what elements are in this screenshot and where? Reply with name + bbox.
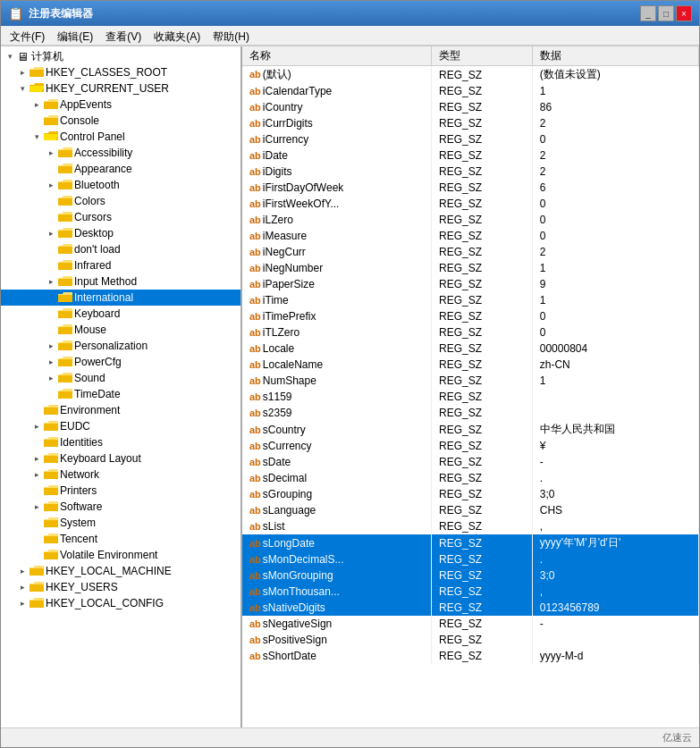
tree-item-keyboard[interactable]: Keyboard [1, 306, 240, 322]
expand-icon-international[interactable] [44, 290, 58, 305]
table-row[interactable]: absDateREG_SZ- [242, 454, 699, 470]
tree-item-network[interactable]: ▸Network [1, 466, 240, 483]
table-row[interactable]: absLongDateREG_SZyyyy'年'M'月'd'日' [242, 534, 699, 551]
expand-icon-hkcr[interactable]: ▸ [15, 65, 30, 80]
table-row[interactable]: abiNegCurrREG_SZ2 [242, 244, 699, 260]
title-controls[interactable]: _ □ × [640, 5, 692, 21]
expand-icon-mouse[interactable] [44, 323, 58, 337]
tree-item-computer[interactable]: ▾🖥计算机 [1, 48, 240, 64]
table-row[interactable]: absMonDecimalS...REG_SZ. [242, 551, 699, 567]
expand-icon-console[interactable] [30, 113, 44, 128]
minimize-button[interactable]: _ [640, 5, 656, 21]
expand-icon-colors[interactable] [44, 194, 58, 208]
maximize-button[interactable]: □ [658, 5, 674, 21]
expand-icon-dontload[interactable] [44, 242, 58, 256]
expand-icon-powercfg[interactable]: ▸ [44, 355, 58, 369]
tree-item-environment[interactable]: Environment [1, 402, 240, 418]
table-row[interactable]: absPositiveSignREG_SZ [242, 632, 699, 648]
tree-item-hkcu[interactable]: ▾HKEY_CURRENT_USER [1, 80, 240, 97]
tree-item-timedate[interactable]: TimeDate [1, 386, 240, 402]
table-row[interactable]: absDecimalREG_SZ. [242, 470, 699, 486]
tree-item-tencent[interactable]: Tencent [1, 531, 240, 547]
table-row[interactable]: absMonGroupingREG_SZ3;0 [242, 567, 699, 584]
table-row[interactable]: abiFirstDayOfWeekREG_SZ6 [242, 180, 699, 196]
tree-item-hkcc[interactable]: ▸HKEY_LOCAL_CONFIG [1, 595, 240, 611]
table-row[interactable]: abNumShapeREG_SZ1 [242, 373, 699, 389]
table-row[interactable]: absCountryREG_SZ中华人民共和国 [242, 421, 699, 438]
expand-icon-tencent[interactable] [30, 532, 44, 546]
expand-icon-timedate[interactable] [44, 387, 58, 401]
menu-favorites[interactable]: 收藏夹(A) [148, 28, 206, 43]
table-row[interactable]: abLocaleREG_SZ00000804 [242, 340, 699, 357]
expand-icon-keyboardlayout[interactable]: ▸ [30, 451, 44, 466]
table-row[interactable]: absCurrencyREG_SZ¥ [242, 438, 699, 454]
expand-icon-sound[interactable]: ▸ [44, 371, 58, 385]
expand-icon-desktop[interactable]: ▸ [44, 226, 58, 240]
tree-item-volatile[interactable]: Volatile Environment [1, 547, 240, 563]
table-row[interactable]: abiTimePrefixREG_SZ0 [242, 308, 699, 324]
table-row[interactable]: absMonThousan...REG_SZ, [242, 584, 699, 600]
expand-icon-eudc[interactable]: ▸ [30, 419, 44, 433]
table-row[interactable]: abiTimeREG_SZ1 [242, 292, 699, 308]
close-button[interactable]: × [676, 5, 692, 21]
expand-icon-hkcu[interactable]: ▾ [15, 81, 30, 96]
expand-icon-computer[interactable]: ▾ [3, 49, 17, 63]
tree-item-console[interactable]: Console [1, 113, 240, 129]
expand-icon-system[interactable] [30, 516, 44, 530]
tree-item-dontload[interactable]: don't load [1, 241, 240, 257]
table-row[interactable]: absNativeDigitsREG_SZ0123456789 [242, 600, 699, 616]
tree-item-hklm[interactable]: ▸HKEY_LOCAL_MACHINE [1, 563, 240, 579]
expand-icon-bluetooth[interactable]: ▸ [44, 178, 58, 192]
table-row[interactable]: abiMeasureREG_SZ0 [242, 228, 699, 244]
table-row[interactable]: abiCountryREG_SZ86 [242, 99, 699, 115]
tree-item-cursors[interactable]: Cursors [1, 209, 240, 225]
expand-icon-hkcc[interactable]: ▸ [15, 596, 30, 610]
menu-edit[interactable]: 编辑(E) [52, 28, 98, 43]
tree-item-identities[interactable]: Identities [1, 434, 240, 450]
tree-item-bluetooth[interactable]: ▸Bluetooth [1, 177, 240, 193]
tree-item-hkcr[interactable]: ▸HKEY_CLASSES_ROOT [1, 64, 240, 80]
expand-icon-controlpanel[interactable]: ▾ [30, 130, 44, 144]
expand-icon-hklm[interactable]: ▸ [15, 564, 30, 578]
table-row[interactable]: absListREG_SZ, [242, 518, 699, 534]
table-row[interactable]: abiFirstWeekOfY...REG_SZ0 [242, 196, 699, 212]
expand-icon-inputmethod[interactable]: ▸ [44, 274, 58, 289]
table-row[interactable]: abLocaleNameREG_SZzh-CN [242, 357, 699, 373]
tree-item-powercfg[interactable]: ▸PowerCfg [1, 354, 240, 370]
table-row[interactable]: abiCalendarTypeREG_SZ1 [242, 83, 699, 99]
tree-item-accessibility[interactable]: ▸Accessibility [1, 145, 240, 161]
tree-item-controlpanel[interactable]: ▾Control Panel [1, 129, 240, 145]
menu-file[interactable]: 文件(F) [4, 28, 50, 43]
table-row[interactable]: abiDigitsREG_SZ2 [242, 164, 699, 180]
tree-item-system[interactable]: System [1, 515, 240, 531]
expand-icon-appevents[interactable]: ▸ [30, 97, 44, 112]
expand-icon-accessibility[interactable]: ▸ [44, 146, 58, 160]
tree-item-appearance[interactable]: Appearance [1, 161, 240, 177]
tree-item-inputmethod[interactable]: ▸Input Method [1, 273, 240, 290]
expand-icon-volatile[interactable] [30, 548, 44, 562]
table-row[interactable]: abiDateREG_SZ2 [242, 147, 699, 164]
expand-icon-cursors[interactable] [44, 210, 58, 224]
tree-item-hku[interactable]: ▸HKEY_USERS [1, 579, 240, 595]
expand-icon-keyboard[interactable] [44, 307, 58, 321]
table-row[interactable]: abiTLZeroREG_SZ0 [242, 324, 699, 340]
table-row[interactable]: abs2359REG_SZ [242, 405, 699, 421]
tree-item-personalization[interactable]: ▸Personalization [1, 338, 240, 354]
tree-item-keyboardlayout[interactable]: ▸Keyboard Layout [1, 450, 240, 466]
expand-icon-environment[interactable] [30, 403, 44, 417]
tree-item-printers[interactable]: Printers [1, 483, 240, 499]
expand-icon-identities[interactable] [30, 435, 44, 450]
tree-item-software[interactable]: ▸Software [1, 499, 240, 515]
table-row[interactable]: abiCurrDigitsREG_SZ2 [242, 115, 699, 131]
menu-view[interactable]: 查看(V) [100, 28, 147, 43]
expand-icon-appearance[interactable] [44, 162, 58, 176]
tree-item-infrared[interactable]: Infrared [1, 257, 240, 273]
expand-icon-personalization[interactable]: ▸ [44, 339, 58, 353]
table-row[interactable]: abiNegNumberREG_SZ1 [242, 260, 699, 276]
table-row[interactable]: abs1159REG_SZ [242, 389, 699, 405]
tree-item-appevents[interactable]: ▸AppEvents [1, 97, 240, 113]
table-row[interactable]: abiCurrencyREG_SZ0 [242, 131, 699, 147]
table-row[interactable]: ab(默认)REG_SZ(数值未设置) [242, 66, 699, 84]
tree-item-desktop[interactable]: ▸Desktop [1, 225, 240, 241]
table-row[interactable]: abiLZeroREG_SZ0 [242, 212, 699, 228]
